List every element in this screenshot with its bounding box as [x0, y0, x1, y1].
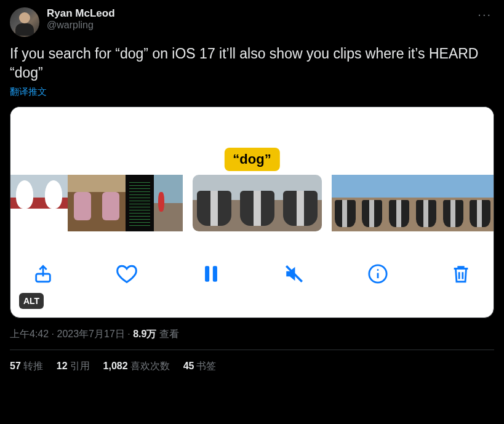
avatar[interactable]: [10, 7, 39, 37]
more-icon[interactable]: ···: [475, 7, 494, 22]
thumbnail: [386, 175, 413, 231]
thumbnail: [154, 175, 183, 231]
likes[interactable]: 1,082喜欢次数: [103, 360, 170, 373]
bookmarks-label: 书签: [196, 361, 216, 371]
trash-icon[interactable]: [450, 263, 471, 284]
thumbnail: [236, 175, 279, 231]
retweets-label: 转推: [23, 361, 43, 371]
time[interactable]: 上午4:42: [10, 329, 49, 339]
bookmarks[interactable]: 45书签: [183, 360, 217, 373]
thumbnail: [279, 175, 322, 231]
pause-icon[interactable]: [201, 263, 222, 284]
handle[interactable]: @warpling: [47, 20, 468, 31]
share-icon[interactable]: [33, 263, 54, 284]
thumbnail: [359, 175, 386, 231]
retweets-count: 57: [10, 361, 21, 371]
sep: ·: [49, 329, 57, 339]
clip-group-3[interactable]: [332, 175, 494, 231]
thumbnail: [68, 175, 97, 231]
date[interactable]: 2023年7月17日: [57, 329, 124, 339]
display-name[interactable]: Ryan McLeod: [47, 7, 468, 20]
timeline-strip[interactable]: [10, 175, 494, 231]
retweets[interactable]: 57转推: [10, 360, 43, 373]
svg-point-6: [377, 269, 378, 271]
thumbnail: [439, 175, 466, 231]
tweet-stats: 57转推 12引用 1,082喜欢次数 45书签: [10, 350, 494, 373]
sep: ·: [125, 329, 133, 339]
thumbnail: [10, 175, 39, 231]
mute-icon[interactable]: [284, 263, 305, 284]
media-card[interactable]: “dog”: [10, 106, 494, 318]
likes-label: 喜欢次数: [130, 361, 170, 371]
thumbnail: [412, 175, 439, 231]
tweet-text: If you search for “dog” on iOS 17 it’ll …: [10, 44, 494, 82]
quotes-count: 12: [57, 361, 68, 371]
bookmarks-count: 45: [183, 361, 194, 371]
clip-group-1[interactable]: [10, 175, 183, 231]
tweet: Ryan McLeod @warpling ··· If you search …: [0, 0, 504, 380]
views-label: 查看: [156, 329, 178, 339]
translate-link[interactable]: 翻译推文: [10, 86, 494, 98]
tweet-meta: 上午4:42 · 2023年7月17日 · 8.9万 查看: [10, 328, 494, 350]
thumbnail: [97, 175, 126, 231]
likes-count: 1,082: [103, 361, 128, 371]
thumbnail: [332, 175, 359, 231]
author-names: Ryan McLeod @warpling: [47, 7, 468, 31]
quotes-label: 引用: [70, 361, 90, 371]
media-controls: [10, 231, 494, 299]
views-count: 8.9万: [133, 329, 156, 339]
info-icon[interactable]: [367, 263, 388, 284]
thumbnail: [193, 175, 236, 231]
heart-icon[interactable]: [116, 263, 138, 285]
svg-rect-1: [205, 266, 209, 282]
tweet-header: Ryan McLeod @warpling ···: [10, 7, 494, 37]
media-whitespace: “dog”: [10, 107, 494, 175]
thumbnail: [126, 175, 154, 231]
caption-bubble: “dog”: [224, 148, 279, 171]
clip-group-2[interactable]: [193, 175, 322, 231]
thumbnail: [466, 175, 494, 231]
svg-rect-2: [213, 266, 217, 282]
quotes[interactable]: 12引用: [57, 360, 90, 373]
thumbnail: [39, 175, 68, 231]
alt-badge[interactable]: ALT: [19, 293, 44, 309]
